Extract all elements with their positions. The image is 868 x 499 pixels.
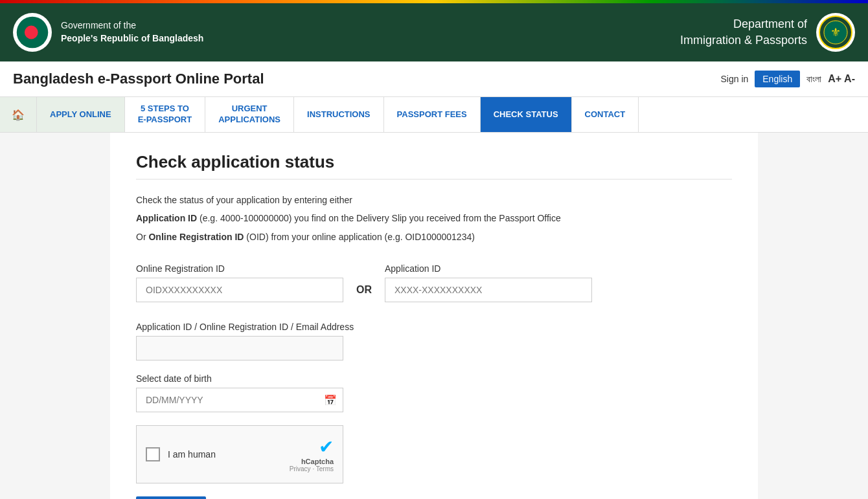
english-lang-button[interactable]: English (755, 71, 800, 87)
dept-text: Department of Immigration & Passports (680, 16, 807, 49)
or-text-inline: Or (136, 232, 148, 242)
captcha-brand: hCaptcha (290, 458, 334, 465)
captcha-box[interactable]: I am human ✔ hCaptcha Privacy · Terms (136, 425, 343, 483)
gov-text: Government of the People's Republic of B… (61, 19, 203, 45)
nav-5-steps[interactable]: 5 STEPS TO e-PASSPORT (125, 97, 206, 132)
form-section: Online Registration ID OR Application ID… (136, 263, 732, 499)
appid-input[interactable] (385, 278, 592, 302)
nav-bar: 🏠 APPLY ONLINE 5 STEPS TO e-PASSPORT URG… (0, 97, 868, 133)
app-id-bold: Application ID (136, 213, 197, 223)
dept-emblem: ⚜ (816, 13, 855, 52)
or-divider: OR (356, 270, 372, 296)
captcha-right: ✔ hCaptcha Privacy · Terms (290, 436, 334, 472)
captcha-logo-icon: ✔ (290, 436, 334, 458)
captcha-links: Privacy · Terms (290, 465, 334, 472)
dob-label: Select date of birth (136, 373, 732, 384)
gov-line2: People's Republic of Bangladesh (61, 32, 203, 45)
oid-input[interactable] (136, 278, 343, 302)
gov-line1: Government of the (61, 19, 203, 32)
dept-line2: Immigration & Passports (680, 32, 807, 49)
sub-header: Bangladesh e-Passport Online Portal Sign… (0, 61, 868, 97)
home-icon: 🏠 (12, 109, 25, 121)
oid-bold: Online Registration ID (148, 232, 244, 242)
nav-passport-fees[interactable]: PASSPORT FEES (384, 97, 481, 132)
nav-check-status[interactable]: CHECK STATUS (481, 97, 572, 132)
appid-field-group: Application ID (385, 263, 592, 302)
portal-title: Bangladesh e-Passport Online Portal (13, 71, 264, 87)
nav-urgent-applications[interactable]: URGENT APPLICATIONS (205, 97, 294, 132)
font-size-controls: A+ A- (828, 73, 855, 85)
font-decrease-button[interactable]: A- (844, 73, 855, 85)
main-content: Check application status Check the statu… (110, 133, 758, 499)
font-increase-button[interactable]: A+ (828, 73, 841, 85)
captcha-left: I am human (146, 447, 216, 461)
bangladesh-logo (13, 13, 52, 52)
header-left: Government of the People's Republic of B… (13, 13, 203, 52)
combined-input[interactable] (136, 336, 343, 360)
captcha-label: I am human (168, 449, 216, 460)
desc-line1: Check the status of your application by … (136, 193, 732, 207)
sign-in-link[interactable]: Sign in (720, 74, 748, 84)
bangla-lang-button[interactable]: বাংলা (806, 74, 821, 85)
page-title: Check application status (136, 152, 732, 180)
nav-instructions[interactable]: INSTRUCTIONS (294, 97, 384, 132)
svg-point-1 (25, 26, 38, 39)
check-button[interactable]: Check (136, 496, 206, 499)
desc-line3-text: (OID) from your online application (e.g.… (246, 232, 475, 242)
oid-field-group: Online Registration ID (136, 263, 343, 302)
inline-fields-row: Online Registration ID OR Application ID (136, 263, 732, 302)
sub-header-right: Sign in English বাংলা A+ A- (720, 71, 855, 87)
header-right: Department of Immigration & Passports ⚜ (680, 13, 855, 52)
header: Government of the People's Republic of B… (0, 3, 868, 61)
nav-apply-online[interactable]: APPLY ONLINE (37, 97, 125, 132)
dob-input[interactable] (136, 388, 343, 412)
svg-text:⚜: ⚜ (830, 26, 841, 39)
desc-line3: Or Online Registration ID (OID) from you… (136, 230, 732, 244)
desc-line2-text: (e.g. 4000-100000000) you find on the De… (200, 213, 561, 223)
oid-label: Online Registration ID (136, 263, 343, 274)
combined-label: Application ID / Online Registration ID … (136, 322, 732, 332)
captcha-checkbox[interactable] (146, 447, 160, 461)
dept-line1: Department of (680, 16, 807, 32)
nav-home-button[interactable]: 🏠 (0, 97, 37, 132)
date-field-wrapper: 📅 (136, 388, 343, 412)
appid-label: Application ID (385, 263, 592, 274)
combined-field-group: Application ID / Online Registration ID … (136, 322, 732, 360)
nav-contact[interactable]: CONTACT (572, 97, 639, 132)
desc-line2: Application ID (e.g. 4000-100000000) you… (136, 211, 732, 225)
dob-field-group: Select date of birth 📅 (136, 373, 732, 412)
